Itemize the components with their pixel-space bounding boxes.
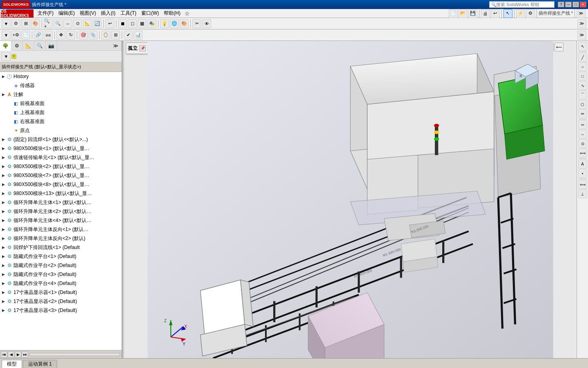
tree-item-24[interactable]: ▶ ⚙ 17寸液晶显示器<1> (Default) [0, 288, 122, 297]
tb-btn-4[interactable]: 🎨 [31, 19, 40, 28]
tree-item-15[interactable]: ▶ ⚙ 循环升降单元主体<2> (默认<默认… [0, 207, 122, 216]
view-btn-5[interactable]: 📐 [83, 19, 92, 28]
tree-item-26[interactable]: ▶ ⚙ 17寸液晶显示器<3> (Default) [0, 306, 122, 315]
tree-item-11[interactable]: ▶ ⚙ 980X500模块<7> (默认<默认_显… [0, 171, 122, 180]
select-button[interactable]: ↖ [503, 9, 512, 18]
view-btn-2[interactable]: 🔍 [53, 19, 62, 28]
filter-icon[interactable]: Y [11, 54, 16, 59]
nav-last[interactable]: ⏭ [22, 351, 28, 358]
asm-check[interactable]: ✔ [124, 31, 133, 40]
asm-btn-new[interactable]: 📄 [21, 31, 30, 40]
help-button[interactable]: ? [558, 2, 564, 7]
minimize-button[interactable]: ─ [565, 2, 572, 7]
menu-window[interactable]: 窗口(W) [139, 9, 161, 18]
view-btn-6[interactable]: 🔄 [93, 19, 102, 28]
rt-text[interactable]: A [578, 159, 587, 168]
tree-item-12[interactable]: ▶ ⚙ 980X500模块<8> (默认<默认_显… [0, 180, 122, 189]
tree-item-3[interactable]: ◧ 前视基准面 [0, 99, 122, 108]
options-button[interactable]: ⚙ [526, 9, 535, 18]
rt-point[interactable]: • [578, 169, 587, 178]
rt-line[interactable]: ╱ [578, 53, 587, 62]
nav-first[interactable]: ⏮ [1, 351, 7, 358]
view-btn-3[interactable]: ↔ [63, 19, 72, 28]
asm-mate[interactable]: 🔗 [34, 31, 43, 40]
tree-item-14[interactable]: ▶ ⚙ 循环升降单元主体<1> (默认<默认… [0, 198, 122, 207]
asm-btn-insert[interactable]: +⚙ [11, 31, 20, 40]
rt-relation[interactable]: ⊥ [578, 189, 587, 198]
nav-prev[interactable]: ◀ [8, 351, 14, 358]
3d-viewport[interactable]: 孤立 📌 💾 退出孤立 + - ⊞ ↻ ✋ 📐 ⟵ [124, 41, 577, 358]
fm-tab-dim[interactable]: 🔍 [34, 41, 46, 51]
tree-item-7[interactable]: ▶ ⚙ (固定) 回流焊<1> (默认<<默认>...) [0, 135, 122, 144]
tree-item-0[interactable]: ▶ 🕐 History [0, 72, 122, 81]
scene-btn[interactable]: 🌐 [170, 19, 179, 28]
menu-insert[interactable]: 插入(I) [98, 9, 118, 18]
fm-tab-tree[interactable]: 🌳 [0, 41, 11, 51]
view-btn-4[interactable]: ⊙ [73, 19, 82, 28]
tab-model[interactable]: 模型 [2, 360, 22, 368]
asm-btn-1[interactable]: ▼ [2, 31, 11, 40]
rt-spline[interactable]: ∿ [578, 81, 587, 90]
rotate-btn[interactable]: ↩ [105, 19, 114, 28]
hide-btn[interactable]: 👁 [202, 19, 211, 28]
asm-pattern[interactable]: ⊞ [111, 31, 120, 40]
tb-btn-2[interactable]: ⚙ [11, 19, 20, 28]
menu-help[interactable]: 帮助(H) [161, 9, 183, 18]
feature-tree-content[interactable]: ▶ 🕐 History ◈ 传感器 ▶ A 注解 ◧ 前视基准面 ◧ 上视基准面 [0, 72, 122, 350]
display-btn-3[interactable]: ▦ [138, 19, 147, 28]
rt-smart-select[interactable]: ↖ [578, 42, 587, 51]
rt-offset[interactable]: ⊙ [578, 139, 587, 148]
help-search-input[interactable] [496, 2, 549, 7]
tree-item-23[interactable]: ▶ ⚙ 隐藏式作业平台<4> (Default) [0, 279, 122, 288]
menu-tools[interactable]: 工具(T) [118, 9, 139, 18]
rebuild-button[interactable]: ⚡ [516, 9, 525, 18]
tree-item-25[interactable]: ▶ ⚙ 17寸液晶显示器<2> (Default) [0, 297, 122, 306]
tree-item-6[interactable]: ✦ 原点 [0, 126, 122, 135]
rt-rect[interactable]: □ [578, 72, 587, 81]
tree-item-19[interactable]: ▶ ⚙ 回焊炉下排回流线<1> (Default [0, 243, 122, 252]
undo-button[interactable]: ↩ [491, 9, 500, 18]
asm-smart[interactable]: 🎯 [79, 31, 88, 40]
maximize-button[interactable]: □ [572, 2, 579, 7]
fm-tab-expand[interactable]: ≫ [110, 41, 122, 51]
tree-item-1[interactable]: ◈ 传感器 [0, 81, 122, 90]
appear-btn[interactable]: 🎨 [180, 19, 189, 28]
tree-item-9[interactable]: ▶ ⚙ 倍速链传输单元<1> (默认<默认_显… [0, 153, 122, 162]
view-btn-1[interactable]: 🔍+ [44, 19, 53, 28]
rt-circle[interactable]: ○ [578, 62, 587, 71]
menu-extra[interactable]: ☆ [185, 10, 190, 17]
rt-extend[interactable]: ↔ [578, 130, 587, 139]
tree-item-5[interactable]: ◧ 右视基准面 [0, 117, 122, 126]
nav-next[interactable]: ▶ [15, 351, 21, 358]
tree-item-21[interactable]: ▶ ⚙ 隐藏式作业平台<2> (Default) [0, 261, 122, 270]
filter-btn[interactable]: ▼ [2, 52, 11, 61]
rt-polygon[interactable]: ⬡ [578, 100, 587, 109]
rt-mirror[interactable]: ⟺ [578, 148, 587, 157]
tree-item-17[interactable]: ▶ ⚙ 循环升降单元主体反向<1> (默认… [0, 225, 122, 234]
close-button[interactable]: ✕ [580, 2, 586, 7]
tree-item-8[interactable]: ▶ ⚙ 980X500模块<1> (默认<默认_显… [0, 144, 122, 153]
tree-item-4[interactable]: ◧ 上视基准面 [0, 108, 122, 117]
save-button[interactable]: 💾 [468, 9, 477, 18]
section-btn[interactable]: ✂ [192, 19, 201, 28]
tree-item-22[interactable]: ▶ ⚙ 隐藏式作业平台<3> (Default) [0, 270, 122, 279]
fm-tab-property[interactable]: ⚙ [11, 41, 23, 51]
panel-scroll[interactable] [29, 353, 120, 356]
rt-trim[interactable]: ✂ [578, 120, 587, 129]
rt-smart-dim[interactable]: ⟺ [578, 180, 587, 189]
tree-item-18[interactable]: ▶ ⚙ 循环升降单元主体反向<2> (默认) [0, 234, 122, 243]
new-button[interactable]: 📄 [449, 9, 458, 18]
tree-item-16[interactable]: ▶ ⚙ 循环升降单元主体<4> (默认<默认… [0, 216, 122, 225]
open-button[interactable]: 📂 [459, 9, 468, 18]
display-btn-4[interactable]: 🎭 [147, 19, 156, 28]
expand-toolbar2[interactable]: ≫ [577, 31, 586, 40]
display-btn-2[interactable]: ◻ [128, 19, 137, 28]
display-btn-1[interactable]: ◼ [118, 19, 127, 28]
fm-tab-display[interactable]: 📷 [46, 41, 57, 51]
print-button[interactable]: 🖨 [481, 9, 490, 18]
tb-btn-1[interactable]: ▼ [2, 19, 11, 28]
fm-tab-config[interactable]: 📐 [23, 41, 34, 51]
menu-file[interactable]: 文件(F) [35, 9, 56, 18]
asm-linear[interactable]: ≡≡ [44, 31, 53, 40]
asm-rotate[interactable]: ↻ [66, 31, 75, 40]
